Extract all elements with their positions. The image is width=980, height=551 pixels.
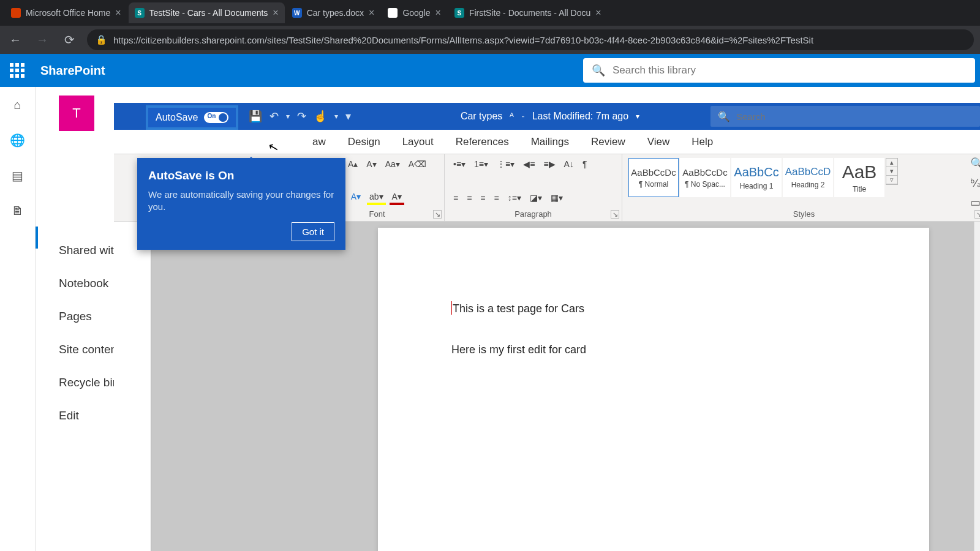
font-color-icon[interactable]: A▾ bbox=[390, 190, 404, 205]
vertical-scrollbar[interactable] bbox=[974, 222, 980, 551]
document-canvas[interactable]: This is a test page for Cars Here is my … bbox=[151, 222, 980, 551]
shading-icon[interactable]: ◪▾ bbox=[527, 192, 545, 204]
close-icon[interactable]: × bbox=[273, 7, 278, 18]
style-item[interactable]: AaBbCcDHeading 2 bbox=[783, 158, 833, 197]
tab-favicon: W bbox=[292, 8, 302, 18]
dialog-launcher-icon[interactable]: ↘ bbox=[611, 210, 619, 219]
sharepoint-suite-bar: SharePoint 🔍 bbox=[0, 54, 980, 87]
sharepoint-search-input[interactable] bbox=[612, 64, 967, 77]
word-search-input[interactable] bbox=[736, 111, 973, 122]
undo-icon[interactable]: ↶ bbox=[270, 110, 279, 123]
ribbon-tab[interactable]: Design bbox=[345, 132, 383, 152]
app-launcher-icon[interactable] bbox=[5, 58, 29, 83]
ribbon-tab[interactable]: Review bbox=[589, 132, 628, 152]
document-page[interactable]: This is a test page for Cars Here is my … bbox=[378, 228, 929, 551]
select-icon[interactable]: ▭ bbox=[970, 196, 980, 209]
ribbon-tab[interactable]: Mailings bbox=[529, 132, 571, 152]
change-case-icon[interactable]: Aa▾ bbox=[383, 158, 402, 170]
callout-body: We are automatically saving your changes… bbox=[148, 189, 334, 214]
browser-tab[interactable]: G Google × bbox=[382, 2, 447, 23]
browser-tab[interactable]: S FirstSite - Documents - All Docu × bbox=[448, 2, 608, 23]
globe-icon[interactable]: 🌐 bbox=[10, 133, 25, 148]
dialog-launcher-icon[interactable]: ↘ bbox=[433, 210, 442, 219]
sharepoint-nav-item[interactable]: Shared with bbox=[59, 244, 120, 257]
increase-indent-icon[interactable]: ≡▶ bbox=[541, 158, 557, 170]
sharepoint-brand[interactable]: SharePoint bbox=[40, 64, 105, 78]
style-item[interactable]: AaBTitle bbox=[834, 158, 884, 197]
callout-title: AutoSave is On bbox=[148, 169, 334, 182]
justify-icon[interactable]: ≡ bbox=[492, 192, 502, 204]
save-icon[interactable]: 💾 bbox=[249, 110, 262, 123]
decrease-font-icon[interactable]: A▾ bbox=[364, 158, 379, 170]
body-line-2[interactable]: Here is my first edit for card bbox=[451, 343, 856, 356]
align-center-icon[interactable]: ≡ bbox=[464, 192, 474, 204]
autosave-toggle[interactable]: AutoSave On bbox=[146, 105, 238, 130]
style-item[interactable]: AaBbCcDc¶ Normal bbox=[628, 158, 679, 197]
chevron-down-icon[interactable]: ▾ bbox=[886, 167, 897, 176]
sharepoint-nav-item[interactable]: Notebook bbox=[59, 277, 120, 290]
redo-icon[interactable]: ↷ bbox=[297, 110, 306, 123]
decrease-indent-icon[interactable]: ◀≡ bbox=[521, 158, 537, 170]
sharepoint-search[interactable]: 🔍 bbox=[583, 58, 975, 83]
nav-reload-button[interactable]: ⟳ bbox=[60, 32, 78, 47]
qat-customize-icon[interactable]: ▾ bbox=[345, 110, 351, 123]
browser-tab[interactable]: S TestSite - Cars - All Documents × bbox=[129, 2, 285, 23]
increase-font-icon[interactable]: A▴ bbox=[345, 158, 360, 170]
document-title[interactable]: Car types ᴬ - Last Modified: 7m ago ▾ bbox=[461, 111, 639, 122]
body-line-1[interactable]: This is a test page for Cars bbox=[451, 301, 856, 315]
show-marks-icon[interactable]: ¶ bbox=[580, 158, 590, 170]
content-area: T Shared withNotebookPagesSite contentRe… bbox=[36, 87, 980, 551]
url-text: https://citizenbuilders.sharepoint.com/s… bbox=[113, 35, 813, 45]
browser-tab[interactable]: W Car types.docx × bbox=[286, 2, 381, 23]
ribbon-tab[interactable]: Layout bbox=[400, 132, 436, 152]
word-search-box[interactable]: 🔍 bbox=[710, 106, 980, 127]
close-icon[interactable]: × bbox=[369, 7, 374, 18]
style-item[interactable]: AaBbCcDc¶ No Spac... bbox=[680, 158, 730, 197]
nav-back-button[interactable]: ← bbox=[6, 33, 24, 47]
close-icon[interactable]: × bbox=[595, 7, 601, 18]
home-icon[interactable]: ⌂ bbox=[13, 98, 21, 112]
close-icon[interactable]: × bbox=[115, 7, 121, 18]
word-window: AutoSave On 💾 ↶ ▾ ↷ ☝ ▾ ▾ Car types ᴬ - … bbox=[114, 103, 980, 551]
align-right-icon[interactable]: ≡ bbox=[478, 192, 488, 204]
browser-tab[interactable]: Microsoft Office Home × bbox=[5, 2, 127, 23]
nav-forward-button[interactable]: → bbox=[33, 33, 51, 47]
news-icon[interactable]: ▤ bbox=[12, 168, 23, 183]
clear-format-icon[interactable]: A⌫ bbox=[406, 158, 429, 170]
files-icon[interactable]: 🗎 bbox=[12, 204, 24, 218]
ribbon-tab[interactable]: References bbox=[453, 132, 511, 152]
site-avatar[interactable]: T bbox=[59, 96, 94, 131]
multilevel-icon[interactable]: ⋮≡▾ bbox=[494, 158, 517, 170]
sharepoint-nav-item[interactable]: Site content bbox=[59, 343, 120, 356]
touch-mode-icon[interactable]: ☝ bbox=[314, 110, 327, 123]
sharepoint-nav-item[interactable]: Recycle bin bbox=[59, 376, 120, 389]
replace-icon[interactable]: ᵇ⁄ₐ bbox=[970, 176, 980, 190]
close-icon[interactable]: × bbox=[435, 7, 441, 18]
address-bar[interactable]: 🔒 https://citizenbuilders.sharepoint.com… bbox=[87, 29, 974, 50]
dialog-launcher-icon[interactable]: ↘ bbox=[974, 210, 980, 219]
sharepoint-nav-item[interactable]: Pages bbox=[59, 310, 120, 323]
qat-more-icon[interactable]: ▾ bbox=[334, 112, 338, 121]
undo-menu-icon[interactable]: ▾ bbox=[286, 112, 290, 121]
highlight-icon[interactable]: ab▾ bbox=[367, 190, 386, 205]
ribbon-tab[interactable]: View bbox=[645, 132, 673, 152]
chevron-down-icon[interactable]: ▾ bbox=[636, 112, 639, 121]
sort-icon[interactable]: A↓ bbox=[562, 158, 576, 170]
bullets-icon[interactable]: •≡▾ bbox=[451, 158, 468, 170]
chevron-up-icon[interactable]: ▴ bbox=[886, 159, 897, 167]
styles-scroll[interactable]: ▴▾▿ bbox=[886, 158, 898, 185]
ribbon-tab[interactable]: aw bbox=[310, 132, 328, 152]
toggle-switch-icon[interactable]: On bbox=[204, 112, 228, 123]
sharepoint-nav-item[interactable]: Edit bbox=[59, 409, 120, 422]
expand-icon[interactable]: ▿ bbox=[886, 176, 897, 184]
got-it-button[interactable]: Got it bbox=[292, 222, 334, 241]
search-icon: 🔍 bbox=[592, 64, 605, 77]
style-item[interactable]: AaBbCcHeading 1 bbox=[731, 158, 782, 197]
align-left-icon[interactable]: ≡ bbox=[451, 192, 461, 204]
line-spacing-icon[interactable]: ↕≡▾ bbox=[505, 192, 524, 204]
borders-icon[interactable]: ▦▾ bbox=[548, 192, 565, 204]
find-icon[interactable]: 🔍 bbox=[970, 157, 980, 170]
text-effects-icon[interactable]: A▾ bbox=[349, 190, 363, 203]
ribbon-tab[interactable]: Help bbox=[689, 132, 715, 152]
numbering-icon[interactable]: 1≡▾ bbox=[472, 158, 491, 170]
